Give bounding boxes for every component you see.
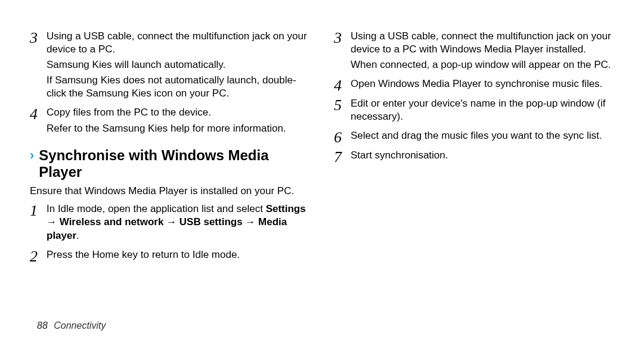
arrow-text: →: [47, 216, 60, 228]
step-body: Edit or enter your device's name in the …: [351, 97, 614, 126]
step-number: 4: [30, 106, 47, 122]
manual-page: 3 Using a USB cable, connect the multifu…: [0, 0, 644, 349]
step-number: 1: [30, 202, 47, 219]
page-footer: 88 Connectivity: [37, 320, 106, 331]
footer-section-name: Connectivity: [54, 320, 106, 331]
heading-text: Synchronise with Windows Media Player: [39, 147, 310, 182]
step-2-wmp: 2 Press the Home key to return to Idle m…: [30, 248, 310, 264]
step-text: Copy files from the PC to the device.: [47, 106, 310, 119]
two-column-layout: 3 Using a USB cable, connect the multifu…: [30, 30, 614, 268]
step-body: Copy files from the PC to the device. Re…: [47, 106, 310, 137]
step-text: Open Windows Media Player to synchronise…: [351, 77, 614, 91]
step-number: 6: [334, 129, 351, 145]
step-text: Press the Home key to return to Idle mod…: [47, 248, 310, 261]
step-4-kies: 4 Copy files from the PC to the device. …: [30, 106, 310, 137]
step-number: 3: [334, 30, 351, 46]
step-text: Refer to the Samsung Kies help for more …: [47, 122, 310, 135]
bold-usb: USB settings: [179, 216, 243, 228]
right-column: 3 Using a USB cable, connect the multifu…: [334, 30, 614, 268]
step-number: 2: [30, 248, 47, 264]
step-text: Edit or enter your device's name in the …: [351, 97, 614, 123]
bold-wireless: Wireless and network: [60, 216, 164, 228]
step-6-wmp: 6 Select and drag the music files you wa…: [334, 129, 614, 145]
arrow-text: →: [243, 216, 258, 228]
text-run: In Idle mode, open the application list …: [47, 203, 266, 214]
step-text: Samsung Kies will launch automatically.: [47, 58, 310, 71]
step-body: Start synchronisation.: [351, 149, 614, 164]
step-number: 3: [30, 30, 47, 46]
chevron-right-icon: ›: [30, 147, 34, 164]
section-intro: Ensure that Windows Media Player is inst…: [30, 185, 310, 198]
step-7-wmp: 7 Start synchronisation.: [334, 149, 614, 165]
step-1-wmp: 1 In Idle mode, open the application lis…: [30, 202, 310, 244]
left-column: 3 Using a USB cable, connect the multifu…: [30, 30, 310, 268]
step-text: Using a USB cable, connect the multifunc…: [351, 30, 614, 56]
step-3-kies: 3 Using a USB cable, connect the multifu…: [30, 30, 310, 102]
step-5-wmp: 5 Edit or enter your device's name in th…: [334, 97, 614, 126]
step-body: Using a USB cable, connect the multifunc…: [351, 30, 614, 74]
step-text: If Samsung Kies does not automatically l…: [47, 74, 310, 100]
step-4-wmp: 4 Open Windows Media Player to synchroni…: [334, 77, 614, 94]
page-number: 88: [37, 320, 48, 331]
step-body: Open Windows Media Player to synchronise…: [351, 77, 614, 93]
text-run: .: [76, 230, 79, 241]
step-text: When connected, a pop-up window will app…: [351, 58, 614, 71]
step-number: 7: [334, 149, 351, 165]
step-body: Select and drag the music files you want…: [351, 129, 614, 145]
step-text: Start synchronisation.: [351, 149, 614, 162]
step-text: In Idle mode, open the application list …: [47, 202, 310, 242]
step-body: Press the Home key to return to Idle mod…: [47, 248, 310, 264]
section-heading-sync-wmp: › Synchronise with Windows Media Player: [30, 147, 310, 182]
step-number: 5: [334, 97, 351, 113]
step-body: Using a USB cable, connect the multifunc…: [47, 30, 310, 102]
step-text: Using a USB cable, connect the multifunc…: [47, 30, 310, 56]
step-text: Select and drag the music files you want…: [351, 129, 614, 142]
step-body: In Idle mode, open the application list …: [47, 202, 310, 244]
step-number: 4: [334, 77, 351, 94]
step-3-wmp: 3 Using a USB cable, connect the multifu…: [334, 30, 614, 74]
bold-settings: Settings: [266, 203, 306, 214]
arrow-text: →: [163, 216, 179, 228]
